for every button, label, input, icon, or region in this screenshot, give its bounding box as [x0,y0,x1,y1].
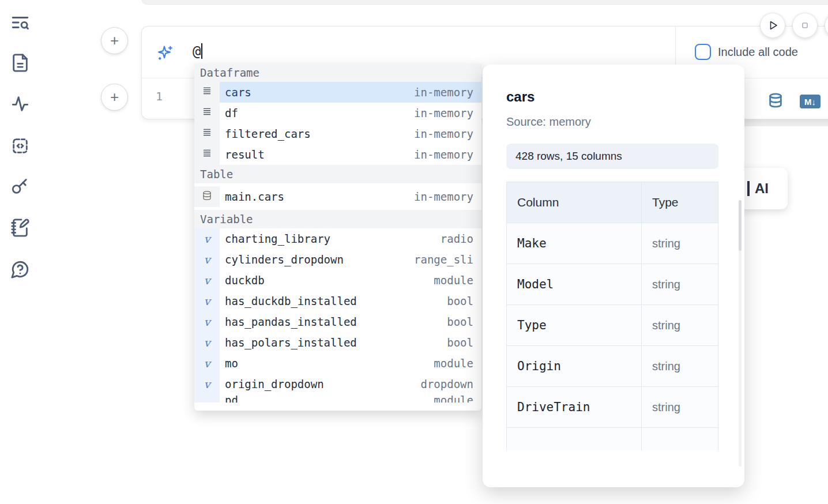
column-type-cell: string [642,223,718,264]
item-icon-gutter [194,144,220,165]
scratchpad-icon[interactable] [10,218,31,239]
item-name: has_polars_installed [225,336,357,349]
item-type: bool [447,336,473,349]
markdown-convert-icon[interactable]: M↓ [800,95,821,108]
document-icon[interactable] [10,53,31,74]
item-icon-gutter [194,82,220,103]
schema-table: Column Type MakestringModelstringTypestr… [506,182,718,450]
item-name: cars [225,86,251,99]
column-name-cell: Type [507,305,642,346]
item-name: pd [225,394,238,403]
item-icon-gutter [194,123,220,144]
clipped-letter-stroke [747,181,750,196]
dataframe-icon [202,107,212,119]
include-all-code-label: Include all code [718,46,798,59]
autocomplete-item[interactable]: filtered_carsin-memory [194,123,481,144]
autocomplete-item[interactable]: vcylinders_dropdownrange_sli [194,249,481,270]
item-icon-gutter: v [194,311,220,332]
item-type: module [434,357,473,370]
panel-title: cars [506,89,744,105]
dataframe-icon [202,148,212,161]
autocomplete-item[interactable]: main.carsin-memory [194,186,481,207]
autocomplete-item[interactable]: vpdmodule [194,394,481,403]
item-name: main.cars [225,190,284,203]
variable-icon: v [204,357,210,370]
item-type: in-memory [414,86,473,99]
item-name: has_pandas_installed [225,315,357,328]
item-icon-gutter: v [194,353,220,374]
column-type-cell: string [642,346,718,387]
item-type: bool [447,315,473,328]
item-icon-gutter: v [194,249,220,270]
item-type: radio [441,232,473,245]
schema-table-row: DriveTrainstring [507,387,718,428]
autocomplete-item[interactable]: vhas_pandas_installedbool [194,311,481,332]
item-name: charting_library [225,232,330,245]
autocomplete-item[interactable]: vmomodule [194,353,481,374]
include-all-code-checkbox[interactable] [695,44,711,60]
item-name: result [225,148,265,161]
item-icon-gutter: v [194,291,220,311]
item-type: bool [447,295,473,307]
item-type: in-memory [414,127,473,140]
item-name: filtered_cars [225,127,311,140]
dataframe-icon [202,127,212,140]
line-number: 1 [156,89,163,103]
item-icon-gutter: v [194,394,220,403]
schema-table-row: Modelstring [507,264,718,305]
text-caret [201,43,202,59]
stop-button[interactable] [792,13,818,38]
autocomplete-item[interactable]: vorigin_dropdowndropdown [194,374,481,394]
add-cell-above-button[interactable]: + [101,27,128,54]
column-type-cell: string [642,387,718,428]
toc-search-icon[interactable] [10,13,31,33]
variable-icon: v [204,295,210,307]
ai-prompt-input[interactable]: @ [193,43,202,59]
item-icon-gutter: v [194,228,220,249]
schema-table-wrap: Column Type MakestringModelstringTypestr… [506,182,720,450]
item-type: module [434,274,473,287]
autocomplete-group-header: Variable [194,210,481,228]
item-name: df [225,107,238,119]
panel-scrollbar [739,200,742,467]
item-type: module [434,394,473,403]
item-type: in-memory [414,148,473,161]
variable-icon: v [204,378,210,390]
schema-table-row: Typestring [507,305,718,346]
column-type-cell: string [642,264,718,305]
autocomplete-item[interactable]: vhas_polars_installedbool [194,332,481,353]
autocomplete-item[interactable]: carsin-memory [194,82,481,103]
shape-badge: 428 rows, 15 columns [506,144,718,169]
code-snippet-icon[interactable] [10,136,31,157]
schema-table-partial-row [507,428,718,451]
run-cell-button[interactable] [760,13,785,38]
item-icon-gutter: v [194,332,220,353]
item-icon-gutter: v [194,374,220,394]
variable-icon: v [204,274,210,287]
panel-source: Source: memory [506,115,744,129]
variable-icon: v [204,232,210,245]
key-icon[interactable] [10,176,31,197]
item-name: mo [225,357,238,370]
item-name: duckdb [225,274,265,287]
column-name-cell: DriveTrain [507,387,642,428]
item-icon-gutter [194,103,220,123]
activity-icon[interactable] [10,94,31,115]
item-name: cylinders_dropdown [225,253,344,266]
column-type-cell: string [642,305,718,346]
database-action-icon[interactable] [767,92,784,111]
dataframe-icon [202,86,212,99]
help-chat-icon[interactable] [10,259,31,280]
autocomplete-item[interactable]: vduckdbmodule [194,270,481,291]
autocomplete-item[interactable]: vcharting_libraryradio [194,228,481,249]
stop-icon [798,18,812,32]
autocomplete-item[interactable]: vhas_duckdb_installedbool [194,291,481,311]
autocomplete-item[interactable]: dfin-memory [194,103,481,123]
autocomplete-dropdown: Dataframecarsin-memorydfin-memoryfiltere… [194,63,481,411]
panel-scrollbar-thumb[interactable] [739,200,742,251]
column-name-cell: Model [507,264,642,305]
add-cell-below-button[interactable]: + [101,84,128,111]
autocomplete-item[interactable]: resultin-memory [194,144,481,165]
schema-table-row: Makestring [507,223,718,264]
column-name-cell: Origin [507,346,642,387]
